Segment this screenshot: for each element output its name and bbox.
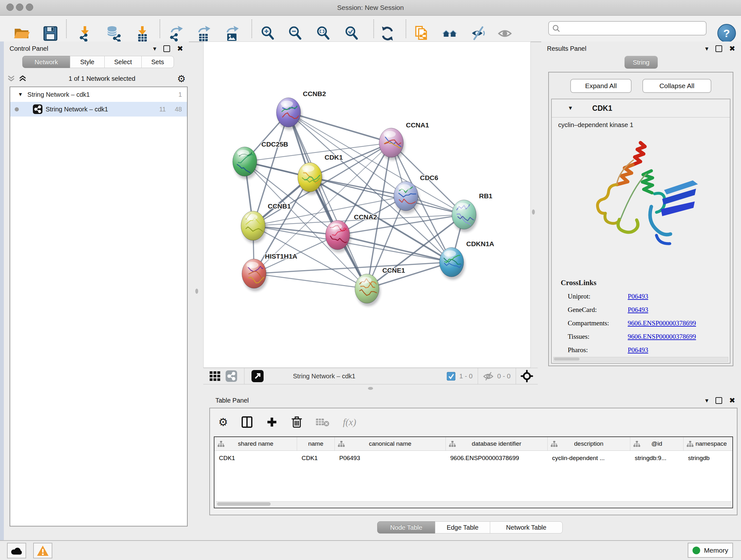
panel-menu-icon[interactable]: ▾ (153, 45, 156, 52)
column-header-namespace[interactable]: namespace (684, 437, 733, 450)
panel-float-icon[interactable] (163, 45, 170, 52)
network-edge[interactable] (288, 112, 391, 143)
show-columns-icon[interactable] (241, 416, 253, 428)
table-settings-gear-icon[interactable]: ⚙ (218, 416, 228, 428)
tab-select[interactable]: Select (105, 56, 142, 68)
memory-button[interactable]: Memory (688, 543, 733, 558)
tab-string[interactable]: String (624, 56, 658, 69)
network-view-canvas[interactable]: CCNB2CCNA1CDC25BCDK1CDC6RB1CCNB1CCNA2CDK… (203, 42, 531, 368)
crosslink-link[interactable]: P06493 (628, 306, 648, 314)
tab-network[interactable]: Network (22, 56, 70, 68)
table-row[interactable]: CDK1CDK1P064939606.ENSP00000378699cyclin… (214, 451, 732, 465)
import-network-database-button[interactable] (105, 24, 122, 43)
zoom-out-button[interactable] (286, 24, 305, 43)
network-node-CCNA1[interactable] (379, 128, 405, 160)
network-edge[interactable] (288, 112, 367, 289)
network-node-HIST1H1A[interactable] (242, 259, 267, 291)
expand-all-button[interactable]: Expand All (570, 79, 631, 93)
expand-all-icon[interactable] (18, 75, 27, 82)
show-all-button[interactable] (497, 24, 515, 43)
home-layout-button[interactable] (441, 24, 459, 43)
tab-node-table[interactable]: Node Table (377, 521, 435, 534)
collapse-all-icon[interactable] (7, 75, 15, 82)
refresh-view-button[interactable] (379, 24, 396, 43)
string-style-icon[interactable] (226, 370, 237, 382)
network-edge[interactable] (254, 273, 367, 289)
table-cell[interactable]: CDK1 (297, 455, 335, 462)
network-options-gear-icon[interactable]: ⚙ (177, 73, 186, 84)
crosslink-link[interactable]: P06493 (628, 293, 648, 300)
network-graph[interactable]: CCNB2CCNA1CDC25BCDK1CDC6RB1CCNB1CCNA2CDK… (204, 42, 530, 368)
table-cell[interactable]: P06493 (335, 455, 446, 462)
network-edge[interactable] (338, 235, 452, 262)
network-node-CDKN1A[interactable] (440, 247, 465, 280)
column-header-canonical-name[interactable]: canonical name (335, 437, 446, 450)
network-node-CCNB1[interactable] (241, 206, 266, 243)
table-cell[interactable]: stringdb (684, 455, 733, 462)
tab-network-table[interactable]: Network Table (490, 521, 562, 534)
table-cell[interactable]: 9606.ENSP00000378699 (446, 455, 548, 462)
splitter-grip-bottom[interactable] (368, 387, 373, 390)
network-node-CCNB2[interactable] (276, 98, 302, 130)
results-scrollbar[interactable] (553, 357, 728, 362)
cloud-button[interactable] (7, 543, 26, 558)
protein-caret-icon[interactable]: ▼ (568, 105, 573, 111)
crosslink-link[interactable]: 9606.ENSP00000378699 (628, 333, 696, 341)
column-header-shared-name[interactable]: shared name (214, 437, 297, 450)
column-header-name[interactable]: name (297, 437, 335, 450)
panel-close-icon[interactable]: ✖ (177, 44, 183, 53)
tab-style[interactable]: Style (70, 56, 105, 68)
hide-selected-button[interactable] (469, 24, 487, 43)
table-horizontal-scrollbar[interactable] (215, 501, 732, 507)
table-cell[interactable]: CDK1 (214, 455, 297, 462)
table-cell[interactable]: stringdb:9... (630, 455, 684, 462)
protein-card-header[interactable]: ▼ CDK1 (552, 99, 730, 118)
crosslink-link[interactable]: 9606.ENSP00000378699 (628, 319, 696, 327)
node-table[interactable]: shared namenamecanonical namedatabase id… (214, 436, 733, 508)
clone-network-button[interactable] (413, 24, 431, 43)
table-cell[interactable]: cyclin-dependent ... (548, 455, 630, 462)
network-edge[interactable] (288, 112, 464, 214)
fit-selected-crosshair-icon[interactable] (521, 370, 533, 382)
network-row[interactable]: String Network – cdk1 11 48 (10, 102, 187, 117)
panel-close-icon[interactable]: ✖ (729, 44, 735, 53)
zoom-fit-button[interactable] (315, 24, 333, 43)
crosslink-link[interactable]: P06493 (628, 346, 648, 354)
add-column-icon[interactable] (266, 416, 278, 428)
panel-close-icon[interactable]: ✖ (729, 396, 735, 405)
collapse-all-button[interactable]: Collapse All (643, 79, 711, 93)
search-input[interactable] (563, 24, 706, 32)
help-button[interactable]: ? (718, 24, 736, 43)
column-header--id[interactable]: @id (630, 437, 684, 450)
search-box[interactable] (548, 21, 706, 36)
network-collection-row[interactable]: ▼ String Network – cdk1 1 (10, 87, 187, 102)
panel-float-icon[interactable] (716, 45, 722, 52)
delete-column-trash-icon[interactable] (291, 416, 302, 428)
birdseye-grid-icon[interactable] (210, 371, 220, 381)
export-image-button[interactable] (223, 24, 241, 43)
column-header-description[interactable]: description (548, 437, 630, 450)
network-node-CDK1[interactable] (298, 163, 323, 195)
panel-float-icon[interactable] (716, 397, 722, 404)
open-file-button[interactable] (12, 24, 30, 43)
zoom-selected-button[interactable] (343, 24, 361, 43)
tab-edge-table[interactable]: Edge Table (435, 521, 490, 534)
save-session-button[interactable] (42, 24, 59, 43)
import-network-file-button[interactable] (76, 24, 94, 43)
panel-menu-icon[interactable]: ▾ (705, 396, 709, 404)
splitter-grip-left[interactable] (195, 289, 198, 294)
open-in-new-window-icon[interactable] (252, 370, 264, 382)
export-network-button[interactable] (167, 24, 185, 43)
zoom-in-button[interactable] (259, 24, 277, 43)
selected-checkbox-icon[interactable] (447, 372, 455, 381)
export-table-button[interactable] (194, 24, 212, 43)
import-table-file-button[interactable] (134, 24, 151, 43)
panel-menu-icon[interactable]: ▾ (705, 45, 709, 52)
splitter-grip-right[interactable] (532, 209, 535, 214)
warnings-button[interactable] (33, 543, 52, 558)
tab-sets[interactable]: Sets (141, 56, 174, 68)
network-node-CCNA2[interactable] (326, 220, 351, 253)
network-node-RB1[interactable] (452, 200, 477, 232)
column-header-database-identifier[interactable]: database identifier (446, 437, 548, 450)
network-node-CCNE1[interactable] (355, 274, 381, 306)
